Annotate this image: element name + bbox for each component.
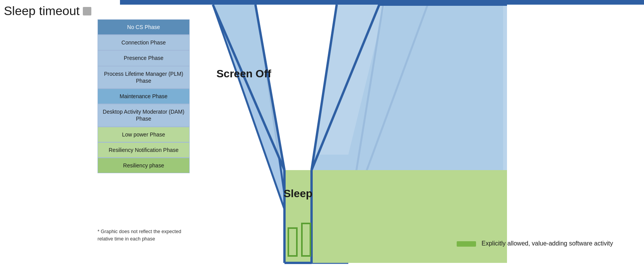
sleep-timeout-title: Sleep timeout (4, 4, 80, 18)
phase-item-0: No CS Phase (98, 19, 190, 35)
phase-item-3: Process Lifetime Manager (PLM) Phase (98, 66, 190, 89)
phase-item-2: Presence Phase (98, 50, 190, 66)
legend-label: Explicitly allowed, value-adding softwar… (481, 240, 613, 248)
sleep-text: Sleep (284, 187, 313, 199)
phase-item-7: Resiliency Notification Phase (98, 142, 190, 158)
info-icon (83, 7, 91, 15)
phase-list: No CS PhaseConnection PhasePresence Phas… (98, 19, 190, 173)
screen-off-text: Screen Off (216, 68, 271, 80)
phase-item-5: Desktop Activity Moderator (DAM) Phase (98, 104, 190, 126)
disclaimer-text: * Graphic does not reflect the expected … (98, 228, 190, 243)
sleep-timeout-header: Sleep timeout (4, 4, 91, 18)
legend: Explicitly allowed, value-adding softwar… (457, 240, 613, 248)
phase-item-8: Resiliency phase (98, 158, 190, 173)
phase-item-4: Maintenance Phase (98, 89, 190, 104)
right-green-fill (312, 170, 507, 263)
phase-item-6: Low power Phase (98, 127, 190, 142)
legend-color-swatch (457, 241, 476, 247)
phase-item-1: Connection Phase (98, 35, 190, 50)
main-diagram: Screen Off Sleep (190, 0, 507, 271)
